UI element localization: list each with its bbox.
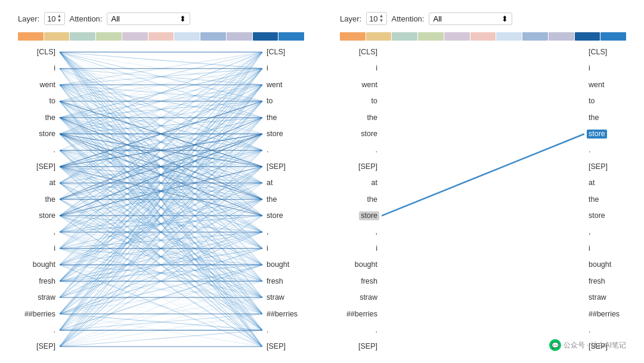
token[interactable]: , (374, 227, 379, 236)
attention-value-left: All (111, 14, 119, 23)
watermark-text: 公众号 · 沐白AI笔记 (564, 340, 626, 350)
token[interactable]: [SEP] (265, 342, 287, 351)
token[interactable]: fresh (37, 277, 57, 286)
token[interactable]: [CLS] (357, 48, 379, 57)
token[interactable]: the (366, 195, 379, 204)
token[interactable]: fresh (587, 277, 607, 286)
token[interactable]: [CLS] (265, 48, 287, 57)
color-swatch (549, 32, 574, 41)
token[interactable]: store (359, 130, 379, 139)
token[interactable]: [SEP] (35, 162, 57, 171)
token[interactable]: ##berries (265, 310, 299, 319)
token[interactable]: fresh (265, 277, 285, 286)
wechat-icon: 💬 (549, 339, 561, 351)
token[interactable]: , (587, 227, 592, 236)
token[interactable]: store (37, 130, 57, 139)
token[interactable]: . (374, 326, 379, 335)
tokens-right-left: [CLS]iwenttothestore.[SEP]atthestore,ibo… (340, 48, 382, 351)
token[interactable]: i (52, 64, 57, 73)
token[interactable]: the (44, 113, 57, 122)
attention-value-right: All (433, 14, 441, 23)
token[interactable]: store (587, 130, 607, 139)
panel-right: Layer: 10 ▲▼ Attention: All ⬍ [CLS]iwent… (340, 12, 626, 351)
token[interactable]: straw (358, 293, 379, 302)
token[interactable]: . (265, 326, 270, 335)
token[interactable]: to (48, 97, 57, 106)
color-swatch (522, 32, 548, 41)
token[interactable]: , (265, 227, 270, 236)
token[interactable]: the (587, 195, 600, 204)
token[interactable]: went (38, 81, 57, 90)
tokens-left-left: [CLS]iwenttothestore.[SEP]atthestore,ibo… (18, 48, 60, 351)
token[interactable]: straw (36, 293, 57, 302)
token[interactable]: at (265, 179, 274, 187)
token[interactable]: store (265, 130, 285, 139)
token[interactable]: store (37, 211, 57, 220)
token[interactable]: [CLS] (587, 48, 609, 57)
token[interactable]: fresh (359, 277, 379, 286)
token[interactable]: [SEP] (587, 162, 609, 171)
token[interactable]: at (587, 179, 596, 187)
token[interactable]: at (370, 179, 379, 187)
token[interactable]: . (52, 146, 57, 155)
token[interactable]: i (587, 64, 592, 73)
token[interactable]: , (52, 227, 57, 236)
token[interactable]: ##berries (587, 310, 621, 319)
token[interactable]: bought (31, 260, 57, 269)
token[interactable]: went (587, 81, 606, 90)
token[interactable]: [CLS] (35, 48, 57, 57)
token[interactable]: [SEP] (357, 162, 379, 171)
color-swatch (44, 32, 70, 41)
token[interactable]: [SEP] (357, 342, 379, 351)
token[interactable]: to (265, 97, 274, 106)
attention-select-right[interactable]: All ⬍ (429, 13, 512, 25)
token[interactable]: [SEP] (265, 162, 287, 171)
attention-select-left[interactable]: All ⬍ (107, 13, 190, 25)
token[interactable]: the (366, 113, 379, 122)
token[interactable]: ##berries (345, 310, 379, 319)
token[interactable]: . (587, 146, 592, 155)
layer-spinner-right[interactable]: 10 ▲▼ (366, 12, 386, 25)
token[interactable]: the (587, 113, 600, 122)
token[interactable]: . (265, 146, 270, 155)
token[interactable]: straw (587, 293, 608, 302)
attention-viz-right: [CLS]iwenttothestore.[SEP]atthestore,ibo… (340, 48, 626, 351)
token[interactable]: store (587, 211, 607, 220)
token[interactable]: i (587, 244, 592, 253)
token[interactable]: i (374, 244, 379, 253)
token[interactable]: the (265, 113, 278, 122)
color-bar-right (340, 32, 626, 41)
token[interactable]: to (370, 97, 379, 106)
token[interactable]: . (52, 326, 57, 335)
color-swatch (18, 32, 44, 41)
token[interactable]: ##berries (23, 310, 57, 319)
color-swatch (278, 32, 304, 41)
token[interactable]: i (265, 244, 270, 253)
attention-label-left: Attention: (70, 14, 103, 23)
token[interactable]: store (265, 211, 285, 220)
color-swatch (70, 32, 95, 41)
token[interactable]: [SEP] (35, 342, 57, 351)
layer-value-right: 10 (369, 14, 377, 23)
token[interactable]: straw (265, 293, 286, 302)
layer-spinner-left[interactable]: 10 ▲▼ (44, 12, 64, 25)
token[interactable]: bought (265, 260, 291, 269)
token[interactable]: went (360, 81, 379, 90)
token[interactable]: bought (353, 260, 379, 269)
tokens-right-right: [CLS]iwenttothestore.[SEP]atthestore,ibo… (584, 48, 626, 351)
token[interactable]: went (265, 81, 284, 90)
token[interactable]: i (52, 244, 57, 253)
token[interactable]: the (265, 195, 278, 204)
token[interactable]: . (587, 326, 592, 335)
token[interactable]: the (44, 195, 57, 204)
color-swatch (174, 32, 200, 41)
token[interactable]: i (374, 64, 379, 73)
token[interactable]: store (359, 211, 379, 220)
token[interactable]: to (587, 97, 596, 106)
color-swatch (227, 32, 252, 41)
token[interactable]: bought (587, 260, 613, 269)
token[interactable]: at (48, 179, 57, 187)
panel-left: Layer: 10 ▲▼ Attention: All ⬍ [CLS]iwent… (18, 12, 304, 351)
token[interactable]: . (374, 146, 379, 155)
token[interactable]: i (265, 64, 270, 73)
